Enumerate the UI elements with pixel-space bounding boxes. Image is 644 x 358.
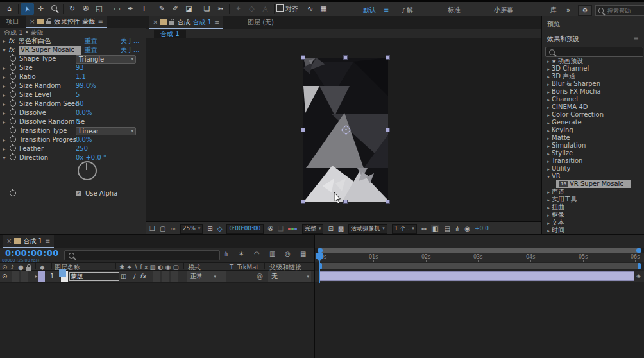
mask-visibility-icon[interactable]: ◇ bbox=[217, 225, 223, 232]
effects-presets-header[interactable]: 效果和预设≡ bbox=[542, 33, 644, 46]
selection-handle[interactable] bbox=[386, 128, 390, 132]
stopwatch-icon[interactable] bbox=[10, 91, 16, 98]
work-area-end-handle[interactable] bbox=[638, 263, 641, 269]
category-animation-presets[interactable]: ▸★动画预设 bbox=[542, 57, 644, 65]
stopwatch-icon[interactable] bbox=[10, 154, 16, 160]
effects-search-box[interactable] bbox=[545, 47, 643, 57]
solo-cell[interactable] bbox=[21, 271, 28, 282]
mini-flowchart-icon[interactable]: ⋔ bbox=[223, 250, 228, 257]
category-item[interactable]: ▸Channel bbox=[542, 96, 644, 103]
exposure-value[interactable]: +0.0 bbox=[475, 225, 489, 232]
audio-cell[interactable] bbox=[12, 271, 19, 282]
panel-menu-icon[interactable]: ≡ bbox=[214, 19, 219, 26]
panel-menu-icon[interactable]: ≡ bbox=[45, 237, 50, 244]
active-comp-chip[interactable]: 合成 1 bbox=[154, 30, 186, 38]
fx-badge-icon[interactable]: fx bbox=[8, 46, 19, 55]
layer-visibility-icon[interactable]: ⊙ bbox=[2, 271, 7, 282]
flowchart-icon[interactable]: ⋔ bbox=[455, 225, 460, 232]
current-time-field[interactable]: 0:00:00:00 bbox=[5, 248, 59, 258]
twirl-icon[interactable]: ▸ bbox=[0, 73, 8, 82]
selection-tool-icon[interactable]: ➤ bbox=[21, 3, 34, 15]
twirl-icon[interactable]: ▸ bbox=[0, 100, 8, 109]
effect-name[interactable]: 黑色和白色 bbox=[19, 37, 51, 46]
zoom-handle[interactable] bbox=[636, 248, 641, 253]
clone-stamp-tool-icon[interactable]: ✐ bbox=[169, 3, 182, 15]
fx-badge-icon[interactable]: fx bbox=[8, 37, 19, 46]
category-item[interactable]: ▸Boris FX Mocha bbox=[542, 88, 644, 96]
transparency-grid-icon[interactable]: ▩ bbox=[338, 225, 344, 232]
prop-value[interactable]: 99.0% bbox=[76, 81, 96, 90]
shape-type-dropdown[interactable]: Triangle▾ bbox=[76, 55, 136, 64]
magnification-dropdown[interactable]: 25%▾ bbox=[180, 224, 203, 234]
pixel-aspect-icon[interactable]: ⇔ bbox=[421, 225, 427, 232]
workspace-library[interactable]: 库 bbox=[550, 4, 557, 17]
zoom-tool-icon[interactable] bbox=[47, 3, 61, 15]
stopwatch-icon[interactable] bbox=[10, 190, 16, 196]
workspace-learn[interactable]: 了解 bbox=[400, 4, 413, 17]
twirl-icon[interactable]: ▸ bbox=[0, 145, 8, 154]
twirl-icon[interactable]: ▸ bbox=[0, 37, 8, 46]
draft-3d-icon[interactable]: ✶ bbox=[239, 250, 244, 257]
about-link[interactable]: 关于... bbox=[121, 46, 140, 55]
quality-slash-icon[interactable]: ∕ bbox=[133, 271, 135, 282]
workspace-menu-icon[interactable]: ≡ bbox=[384, 4, 389, 17]
brush-tool-icon[interactable]: ✎ bbox=[155, 3, 169, 15]
pan-behind-tool-icon[interactable]: ◱ bbox=[92, 3, 106, 15]
stopwatch-icon[interactable] bbox=[10, 82, 16, 89]
prop-value[interactable]: 0x +0.0 ° bbox=[76, 153, 106, 162]
rotate-tool-icon[interactable]: ↻ bbox=[65, 3, 79, 15]
preview-panel-header[interactable]: 预览 bbox=[542, 16, 644, 33]
category-vr[interactable]: ▾VR bbox=[542, 173, 644, 180]
twirl-icon[interactable]: ▸ bbox=[0, 109, 8, 118]
text-tool-icon[interactable]: T bbox=[137, 3, 151, 15]
category-item[interactable]: ▸Blur & Sharpen bbox=[542, 80, 644, 88]
stopwatch-icon[interactable] bbox=[10, 127, 16, 133]
reset-exposure-icon[interactable]: ◉ bbox=[464, 225, 470, 232]
category-item[interactable]: ▸声道 bbox=[542, 188, 644, 196]
workspace-overflow-icon[interactable]: » bbox=[566, 4, 570, 17]
category-item[interactable]: ▸Utility bbox=[542, 165, 644, 173]
tab-composition[interactable]: × 合成 合成 1 ≡ bbox=[149, 16, 223, 29]
reset-link[interactable]: 重置 bbox=[85, 46, 97, 55]
tab-effect-controls[interactable]: × 效果控件 蒙版 ≡ bbox=[26, 16, 107, 28]
selection-handle[interactable] bbox=[386, 55, 390, 60]
primary-viewer-icon[interactable]: ▢ bbox=[160, 225, 165, 232]
transition-type-dropdown[interactable]: Linear▾ bbox=[76, 127, 136, 135]
prop-value[interactable]: 5 bbox=[76, 90, 80, 99]
category-item[interactable]: ▸扭曲 bbox=[542, 203, 644, 211]
category-item[interactable]: ▸Generate bbox=[542, 119, 644, 126]
motion-blur-icon[interactable]: ◎ bbox=[285, 250, 291, 257]
category-item[interactable]: ▸Color Correction bbox=[542, 111, 644, 119]
workspace-default[interactable]: 默认 bbox=[363, 4, 376, 17]
prop-value[interactable]: 0.0% bbox=[76, 108, 92, 117]
twirl-icon[interactable]: ▾ bbox=[0, 154, 8, 163]
motion-sketch-icon[interactable]: ∿ bbox=[303, 3, 317, 15]
stopwatch-icon[interactable] bbox=[10, 136, 16, 142]
category-item[interactable]: ▸Keying bbox=[542, 126, 644, 134]
twirl-icon[interactable]: ▸ bbox=[0, 64, 8, 73]
align-toggle[interactable]: 对齐 bbox=[276, 4, 298, 13]
layer-row-1[interactable]: ⊙ ▸ 1 ◫ ∕ fx 正常▾ @ 无▾ bbox=[0, 271, 314, 283]
tab-layer[interactable]: 图层 (无) bbox=[248, 16, 274, 29]
lock-icon[interactable] bbox=[46, 21, 51, 24]
prop-value[interactable]: 0 bbox=[76, 117, 80, 126]
blend-mode-dropdown[interactable]: 正常▾ bbox=[187, 271, 218, 282]
switch-cell[interactable] bbox=[153, 271, 160, 282]
twirl-icon[interactable]: ▸ bbox=[0, 118, 8, 127]
roto-brush-tool-icon[interactable]: ❏ bbox=[200, 3, 214, 15]
quality-switch-icon[interactable]: ◫ bbox=[121, 271, 126, 282]
stereo-3d-icon[interactable]: ∞ bbox=[170, 225, 175, 232]
category-item[interactable]: ▸3D 声道 bbox=[542, 72, 644, 80]
frame-blend-icon[interactable]: ▥ bbox=[269, 250, 275, 257]
category-item[interactable]: ▸Matte bbox=[542, 134, 644, 142]
twirl-icon[interactable]: ▸ bbox=[0, 82, 8, 91]
graph-editor-icon[interactable]: ▦ bbox=[300, 250, 306, 257]
time-ruler[interactable]: 0s 01s 02s 03s 04s 05s 06s bbox=[315, 253, 644, 263]
timeline-button-icon[interactable]: ▤ bbox=[444, 225, 450, 232]
switch-cell[interactable] bbox=[162, 271, 169, 282]
category-item[interactable]: ▸3D Channel bbox=[542, 65, 644, 72]
prop-value[interactable]: 1.1 bbox=[76, 72, 86, 81]
zoom-handle[interactable] bbox=[318, 248, 323, 253]
always-preview-icon[interactable]: ❐ bbox=[149, 225, 155, 232]
puppet-pin-tool-icon[interactable]: ➳ bbox=[214, 3, 227, 15]
